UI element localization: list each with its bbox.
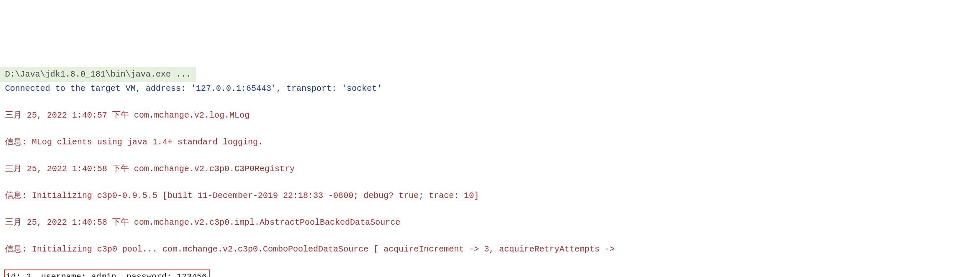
log-line-6: 信息: Initializing c3p0 pool... com.mchang…	[0, 243, 980, 256]
connected-message: Connected to the target VM, address: '12…	[0, 82, 980, 95]
log-line-5: 三月 25, 2022 1:40:58 下午 com.mchange.v2.c3…	[0, 216, 980, 229]
highlighted-output: id: 2, username: admin, password: 123456	[4, 269, 210, 277]
log-line-2: 信息: MLog clients using java 1.4+ standar…	[0, 136, 980, 149]
log-line-4: 信息: Initializing c3p0-0.9.5.5 [built 11-…	[0, 189, 980, 203]
command-line: D:\Java\jdk1.8.0_181\bin\java.exe ...	[0, 67, 196, 82]
log-line-1: 三月 25, 2022 1:40:57 下午 com.mchange.v2.lo…	[0, 109, 980, 122]
log-line-3: 三月 25, 2022 1:40:58 下午 com.mchange.v2.c3…	[0, 162, 980, 176]
program-output-line: id: 2, username: admin, password: 123456	[0, 269, 980, 277]
console-output-panel[interactable]: D:\Java\jdk1.8.0_181\bin\java.exe ... Co…	[0, 54, 980, 277]
